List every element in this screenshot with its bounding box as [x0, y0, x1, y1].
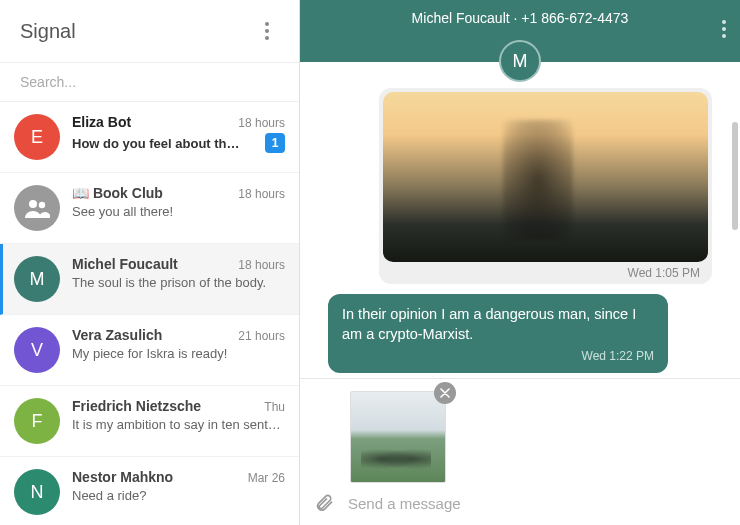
conversation-item[interactable]: VVera Zasulich21 hoursMy piece for Iskra…: [0, 315, 299, 386]
svg-point-4: [39, 202, 45, 208]
conversation-preview: My piece for Iskra is ready!: [72, 346, 227, 361]
app-title: Signal: [20, 20, 76, 43]
conversation-list[interactable]: EEliza Bot18 hoursHow do you feel about …: [0, 102, 299, 525]
conversation-preview: Need a ride?: [72, 488, 146, 503]
conversation-preview: It is my ambition to say in ten sent…: [72, 417, 281, 432]
composer: [300, 378, 740, 525]
attachment-thumbnail[interactable]: [350, 391, 446, 483]
conversation-item[interactable]: EEliza Bot18 hoursHow do you feel about …: [0, 102, 299, 173]
conversation-name: Nestor Mahkno: [72, 469, 173, 485]
sidebar-more-button[interactable]: [255, 19, 279, 43]
scrollbar-thumb[interactable]: [732, 122, 738, 230]
outgoing-message[interactable]: In their opinion I am a dangerous man, s…: [328, 294, 668, 373]
chat-contact-phone: +1 866-672-4473: [521, 10, 628, 26]
conversation-time: 21 hours: [238, 329, 285, 343]
conversation-time: Thu: [264, 400, 285, 414]
chat-pane: Michel Foucault · +1 866-672-4473 M Wed …: [300, 0, 740, 525]
message-image[interactable]: [383, 92, 708, 262]
avatar: V: [14, 327, 60, 373]
attachment-preview: [314, 391, 412, 483]
unread-badge: 1: [265, 133, 285, 153]
chat-more-button[interactable]: [722, 20, 726, 38]
more-vertical-icon: [265, 22, 269, 40]
close-icon: [440, 388, 450, 398]
conversation-preview: The soul is the prison of the body.: [72, 275, 266, 290]
attach-button[interactable]: [314, 493, 334, 513]
svg-point-0: [265, 22, 269, 26]
chat-header-avatar[interactable]: M: [499, 40, 541, 82]
conversation-name: Friedrich Nietzsche: [72, 398, 201, 414]
message-input[interactable]: [348, 495, 726, 512]
message-time: Wed 1:22 PM: [342, 349, 654, 363]
svg-point-1: [265, 29, 269, 33]
search-input[interactable]: [0, 63, 299, 101]
attachment-remove-button[interactable]: [434, 382, 456, 404]
conversation-name: Vera Zasulich: [72, 327, 162, 343]
chat-header: Michel Foucault · +1 866-672-4473 M: [300, 0, 740, 62]
avatar: N: [14, 469, 60, 515]
sidebar: Signal EEliza Bot18 hoursHow do you feel…: [0, 0, 300, 525]
avatar: [14, 185, 60, 231]
conversation-name: 📖 Book Club: [72, 185, 163, 201]
svg-point-5: [722, 20, 726, 24]
paperclip-icon: [314, 493, 334, 513]
incoming-image-message[interactable]: Wed 1:05 PM: [379, 88, 712, 284]
composer-input-row: [314, 493, 726, 513]
conversation-item[interactable]: FFriedrich NietzscheThuIt is my ambition…: [0, 386, 299, 457]
conversation-time: 18 hours: [238, 258, 285, 272]
chat-header-title: Michel Foucault · +1 866-672-4473: [412, 10, 629, 26]
conversation-preview: See you all there!: [72, 204, 173, 219]
conversation-time: 18 hours: [238, 116, 285, 130]
svg-point-3: [29, 200, 37, 208]
conversation-item[interactable]: MMichel Foucault18 hoursThe soul is the …: [0, 244, 299, 315]
conversation-name: Eliza Bot: [72, 114, 131, 130]
svg-point-6: [722, 27, 726, 31]
conversation-time: Mar 26: [248, 471, 285, 485]
conversation-preview: How do you feel about th…: [72, 136, 240, 151]
message-time: Wed 1:05 PM: [383, 262, 708, 282]
avatar: M: [14, 256, 60, 302]
conversation-time: 18 hours: [238, 187, 285, 201]
avatar: F: [14, 398, 60, 444]
conversation-item[interactable]: NNestor MahknoMar 26Need a ride?: [0, 457, 299, 525]
svg-point-2: [265, 36, 269, 40]
group-icon: [24, 198, 50, 218]
message-list[interactable]: Wed 1:05 PMIn their opinion I am a dange…: [300, 62, 740, 378]
chat-contact-name: Michel Foucault: [412, 10, 510, 26]
svg-point-7: [722, 34, 726, 38]
sidebar-header: Signal: [0, 0, 299, 62]
search-container: [0, 62, 299, 102]
conversation-name: Michel Foucault: [72, 256, 178, 272]
more-vertical-icon: [722, 20, 726, 38]
conversation-item[interactable]: 📖 Book Club18 hoursSee you all there!: [0, 173, 299, 244]
message-text: In their opinion I am a dangerous man, s…: [342, 304, 654, 345]
avatar: E: [14, 114, 60, 160]
